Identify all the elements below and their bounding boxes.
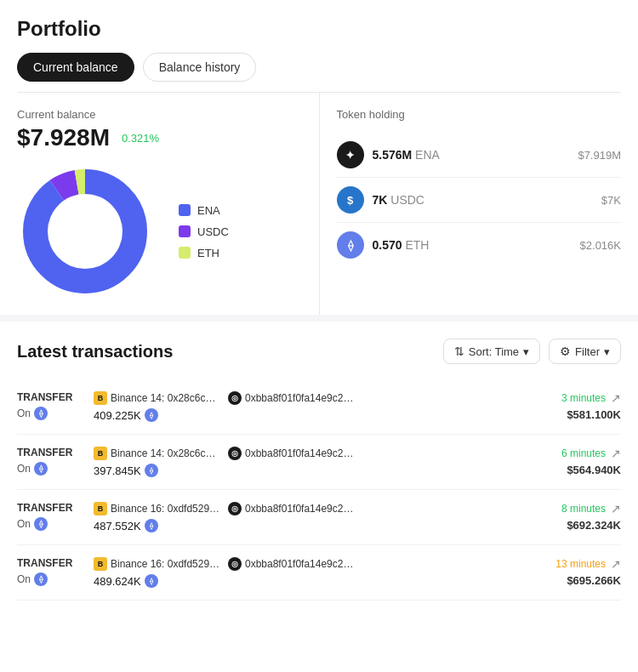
tab-current-balance[interactable]: Current balance <box>17 53 134 82</box>
token-amount-usdc: 7K USDC <box>373 193 424 207</box>
token-card: Token holding ✦ 5.576M ENA $7.919M $ 7K … <box>320 93 639 315</box>
token-icon-usdc: $ <box>337 186 364 214</box>
tx-addr-from: B Binance 16: 0xdfd5293d8e34... <box>94 557 221 571</box>
legend-label-ena: ENA <box>197 204 220 217</box>
tx-right-col: 8 minutes ↗ $692.324K <box>527 502 621 532</box>
wallet-icon: ◎ <box>228 391 242 405</box>
tx-to-address: 0xbba8f01f0fa14e9c2f3c7b9d20... <box>245 558 356 570</box>
balance-change: 0.321% <box>122 132 159 145</box>
tx-amount: 489.624K <box>94 575 141 588</box>
tx-addr-from: B Binance 14: 0x28c6c06298d5... <box>94 447 221 460</box>
tx-to-address: 0xbba8f01f0fa14e9c2f3c7b9d20... <box>245 447 356 459</box>
transactions-title: Latest transactions <box>17 342 173 362</box>
tx-amount-row: 397.845K ⟠ <box>94 464 527 477</box>
tx-addr-to: ◎ 0xbba8f01f0fa14e9c2f3c7b9d20... <box>228 447 356 460</box>
tx-addr-to: ◎ 0xbba8f01f0fa14e9c2f3c7b9d20... <box>228 391 356 405</box>
cards-row: Current balance $7.928M 0.321% <box>0 93 638 315</box>
tx-addr-from: B Binance 14: 0x28c6c06298d5... <box>94 391 221 405</box>
balance-amount: $7.928M <box>17 124 110 151</box>
external-link-icon[interactable]: ↗ <box>611 391 621 405</box>
transaction-list: TRANSFER On ⟠ B Binance 14: 0x28c6c06298… <box>17 379 621 601</box>
transactions-section: Latest transactions ⇅ Sort: Time ▾ ⚙ Fil… <box>0 322 638 601</box>
tx-addresses: B Binance 16: 0xdfd5293d8e34... ◎ 0xbba8… <box>94 502 527 515</box>
tx-main-col: B Binance 14: 0x28c6c06298d5... ◎ 0xbba8… <box>94 391 527 422</box>
tx-amount: 397.845K <box>94 464 141 477</box>
tx-addresses: B Binance 14: 0x28c6c06298d5... ◎ 0xbba8… <box>94 447 527 460</box>
section-divider <box>0 315 638 322</box>
binance-icon: B <box>94 502 107 515</box>
token-amount-ena: 5.576M ENA <box>373 148 440 162</box>
filter-icon: ⚙ <box>560 345 571 358</box>
eth-chain-icon: ⟠ <box>34 572 48 586</box>
tx-right-inner: 6 minutes ↗ <box>561 447 621 460</box>
table-row: TRANSFER On ⟠ B Binance 16: 0xdfd5293d8e… <box>17 545 621 601</box>
tx-addresses: B Binance 14: 0x28c6c06298d5... ◎ 0xbba8… <box>94 391 527 405</box>
token-usd-ena: $7.919M <box>578 149 621 162</box>
svg-point-3 <box>48 194 122 269</box>
token-icon-ena: ✦ <box>337 141 364 168</box>
tx-type-col: TRANSFER On ⟠ <box>17 502 94 531</box>
balance-label: Current balance <box>17 108 302 121</box>
page-title: Portfolio <box>17 17 621 41</box>
tx-main-col: B Binance 16: 0xdfd5293d8e34... ◎ 0xbba8… <box>94 502 527 532</box>
chart-legend-row: ENA USDC ETH <box>17 163 302 299</box>
legend-item-eth: ETH <box>179 247 229 259</box>
tab-row: Current balance Balance history <box>17 53 621 82</box>
token-left-eth: ⟠ 0.570 ETH <box>337 231 430 259</box>
amount-token-icon: ⟠ <box>145 519 158 532</box>
table-row: TRANSFER On ⟠ B Binance 14: 0x28c6c06298… <box>17 379 621 435</box>
balance-amount-row: $7.928M 0.321% <box>17 124 302 151</box>
token-item-eth: ⟠ 0.570 ETH $2.016K <box>337 223 622 267</box>
tx-right-inner: 8 minutes ↗ <box>561 502 621 515</box>
table-row: TRANSFER On ⟠ B Binance 16: 0xdfd5293d8e… <box>17 490 621 545</box>
external-link-icon[interactable]: ↗ <box>611 502 621 515</box>
tx-time: 13 minutes <box>555 558 606 570</box>
tx-type-col: TRANSFER On ⟠ <box>17 391 94 420</box>
tx-type: TRANSFER <box>17 447 94 458</box>
tab-balance-history[interactable]: Balance history <box>143 53 257 82</box>
tx-on: On ⟠ <box>17 517 94 531</box>
filter-button[interactable]: ⚙ Filter ▾ <box>549 339 621 364</box>
filter-chevron-icon: ▾ <box>604 345 610 358</box>
amount-token-icon: ⟠ <box>145 464 158 477</box>
tx-right-inner: 13 minutes ↗ <box>555 557 621 571</box>
tx-time: 6 minutes <box>561 447 606 459</box>
tx-on: On ⟠ <box>17 572 94 586</box>
tx-addr-to: ◎ 0xbba8f01f0fa14e9c2f3c7b9d20... <box>228 502 356 515</box>
tx-time: 8 minutes <box>561 503 606 515</box>
on-label: On <box>17 407 31 419</box>
eth-chain-icon: ⟠ <box>34 462 48 476</box>
legend-dot-usdc <box>179 225 191 237</box>
tx-from-address: Binance 16: 0xdfd5293d8e34... <box>111 503 221 515</box>
sort-button[interactable]: ⇅ Sort: Time ▾ <box>443 339 540 364</box>
header-actions: ⇅ Sort: Time ▾ ⚙ Filter ▾ <box>443 339 621 364</box>
tx-main-col: B Binance 16: 0xdfd5293d8e34... ◎ 0xbba8… <box>94 557 527 588</box>
legend-dot-ena <box>179 204 191 216</box>
binance-icon: B <box>94 447 107 460</box>
chart-legend: ENA USDC ETH <box>179 204 229 259</box>
table-row: TRANSFER On ⟠ B Binance 14: 0x28c6c06298… <box>17 435 621 490</box>
token-item-ena: ✦ 5.576M ENA $7.919M <box>337 133 622 178</box>
tx-main-col: B Binance 14: 0x28c6c06298d5... ◎ 0xbba8… <box>94 447 527 477</box>
binance-icon: B <box>94 391 107 405</box>
token-amount-eth: 0.570 ETH <box>373 238 430 252</box>
token-card-title: Token holding <box>337 108 622 121</box>
on-label: On <box>17 518 31 530</box>
token-usd-eth: $2.016K <box>580 239 621 252</box>
binance-icon: B <box>94 557 107 571</box>
external-link-icon[interactable]: ↗ <box>611 447 621 460</box>
wallet-icon: ◎ <box>228 557 242 571</box>
tx-from-address: Binance 16: 0xdfd5293d8e34... <box>111 558 221 570</box>
tx-usd-value: $581.100K <box>567 408 621 421</box>
token-item-usdc: $ 7K USDC $7K <box>337 178 622 223</box>
tx-type: TRANSFER <box>17 391 94 403</box>
filter-label: Filter <box>575 345 600 358</box>
external-link-icon[interactable]: ↗ <box>611 557 621 571</box>
tx-right-col: 3 minutes ↗ $581.100K <box>527 391 621 421</box>
on-label: On <box>17 573 31 585</box>
tx-usd-value: $564.940K <box>567 464 621 476</box>
wallet-icon: ◎ <box>228 502 242 515</box>
tx-amount-row: 489.624K ⟠ <box>94 574 527 588</box>
balance-card: Current balance $7.928M 0.321% <box>0 93 320 315</box>
amount-token-icon: ⟠ <box>145 408 158 422</box>
